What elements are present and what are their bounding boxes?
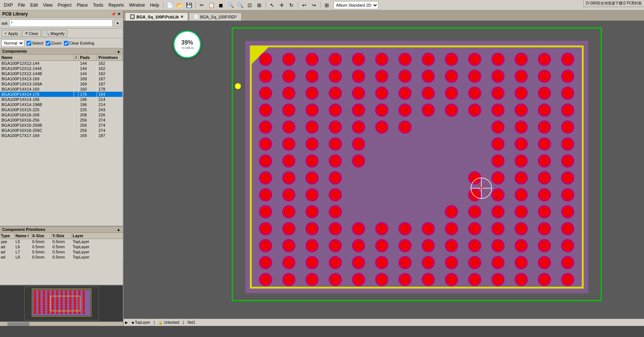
zoom-checkbox-label[interactable]: Zoom	[46, 41, 62, 46]
view-mode-select[interactable]: Altium Standard 2D	[333, 1, 378, 9]
tab-pcblib-close[interactable]: ✕	[180, 15, 183, 19]
menu-dxp[interactable]: DXP	[1, 2, 15, 8]
component-row[interactable]: BGA100P14X14-196B 196 214	[0, 102, 123, 107]
menu-edit[interactable]: Edit	[28, 2, 40, 8]
menu-file[interactable]: File	[16, 2, 27, 8]
menu-bar: DXP File Edit View Project Place Tools R…	[0, 0, 644, 10]
menu-help[interactable]: Help	[148, 2, 162, 8]
col-header-sort[interactable]: /	[74, 55, 79, 60]
open-file-button[interactable]: 📂	[175, 1, 184, 10]
comp-sort-cell	[74, 92, 79, 97]
svg-point-123	[284, 122, 294, 132]
new-file-button[interactable]: 📄	[165, 1, 174, 10]
component-row[interactable]: BGA100P16X16-256B 256 274	[0, 123, 123, 128]
clear-button[interactable]: ✕ Clear	[22, 30, 41, 37]
component-row[interactable]: BGA100P14X14-196 196 214	[0, 97, 123, 102]
zoom-area-button[interactable]: ⊞	[255, 1, 264, 10]
comp-name-cell: BGA100P14X14-176	[0, 92, 74, 97]
redo-button[interactable]: ↪	[309, 1, 318, 10]
move-button[interactable]: ✛	[277, 1, 286, 10]
primitive-row[interactable]: ad L8 0.5mm 0.5mm TopLayer	[0, 254, 123, 260]
svg-point-19	[377, 55, 387, 64]
prim-type-cell: ad	[0, 254, 15, 260]
component-row[interactable]: BGA100P14X14-176 176 194	[0, 92, 123, 97]
save-button[interactable]: 💾	[184, 1, 193, 10]
primitive-row[interactable]: ad L6 0.5mm 0.5mm TopLayer	[0, 244, 123, 249]
component-row[interactable]: BGA100P12X12-1444 144 162	[0, 66, 123, 71]
primitive-row[interactable]: ad L7 0.5mm 0.5mm TopLayer	[0, 249, 123, 254]
menu-view[interactable]: View	[41, 2, 55, 8]
component-row[interactable]: BGA100P12X12-144B 144 162	[0, 71, 123, 76]
component-row[interactable]: BGA100P14X14-160 160 178	[0, 87, 123, 92]
comp-sort-cell	[74, 102, 79, 107]
layers-button[interactable]: ◼	[217, 1, 225, 10]
svg-point-225	[470, 207, 479, 217]
svg-point-41	[307, 71, 317, 81]
svg-point-85	[493, 88, 503, 98]
top-path: D:\360安全浏览器下载\2 PCB封装	[584, 0, 644, 7]
svg-point-33	[540, 55, 549, 64]
zoom-fit-button[interactable]: ⊡	[245, 1, 254, 10]
clear-existing-checkbox-label[interactable]: Clear Existing	[64, 41, 94, 46]
svg-point-343	[540, 275, 549, 284]
close-panel-icon[interactable]: ✕	[117, 12, 121, 17]
svg-point-97	[307, 105, 317, 115]
cut-button[interactable]: ✂	[197, 1, 206, 10]
svg-point-323	[307, 275, 317, 284]
h-scrollbar[interactable]	[0, 322, 123, 326]
zoom-out-button[interactable]: 🔍	[236, 1, 245, 10]
svg-point-341	[516, 275, 526, 284]
select-button[interactable]: ↖	[268, 1, 277, 10]
menu-tools[interactable]: Tools	[91, 2, 105, 8]
clear-icon: ✕	[25, 31, 28, 36]
svg-point-217	[284, 207, 294, 217]
menu-window[interactable]: Window	[127, 2, 147, 8]
component-row[interactable]: BGA100P15X15-225 225 243	[0, 107, 123, 112]
svg-point-227	[493, 207, 503, 217]
svg-point-271	[354, 241, 363, 250]
component-row[interactable]: BGA100P17X17-169 169 187	[0, 133, 123, 138]
zoom-checkbox[interactable]	[46, 41, 51, 46]
svg-point-133	[400, 122, 410, 132]
tab-rep[interactable]: 📄 BGA_Sq_100P.REP	[189, 13, 242, 21]
primitives-expand-icon[interactable]: ▲	[117, 227, 121, 232]
normal-dropdown[interactable]: Normal	[1, 39, 24, 47]
select-checkbox[interactable]	[27, 41, 31, 46]
comp-pads-cell: 169	[79, 81, 97, 87]
tab-pcblib[interactable]: 🔲 BGA_Sq_100P.PcbLib ✕	[125, 13, 188, 21]
svg-point-203	[330, 190, 340, 200]
component-row[interactable]: BGA100P13X13-169 169 187	[0, 76, 123, 81]
pin-icon[interactable]: 📌	[111, 12, 116, 17]
zoom-in-button[interactable]: 🔍	[226, 1, 235, 10]
svg-point-29	[493, 55, 503, 64]
undo-button[interactable]: ↩	[300, 1, 309, 10]
magnify-button[interactable]: 🔍 Magnify	[42, 30, 67, 37]
comp-name-cell: BGA100P14X14-196B	[0, 102, 74, 107]
copy-button[interactable]: 📋	[207, 1, 216, 10]
component-row[interactable]: BGA100P13X13-169A 169 187	[0, 81, 123, 87]
mask-dropdown[interactable]: ▼	[114, 20, 121, 27]
component-row[interactable]: BGA100P16X16-256 256 274	[0, 117, 123, 123]
rotate-button[interactable]: ↻	[287, 1, 296, 10]
svg-point-215	[261, 207, 270, 217]
svg-point-165	[307, 156, 317, 166]
h-scrollbar-thumb[interactable]	[7, 322, 30, 326]
grid-button[interactable]: ⊞	[322, 1, 331, 10]
mask-input[interactable]	[9, 20, 112, 27]
svg-point-295	[307, 258, 317, 267]
pcb-canvas[interactable]	[124, 21, 644, 319]
comp-prims-cell: 178	[97, 87, 123, 92]
comp-name-cell: BGA100P14X14-160	[0, 87, 74, 92]
menu-place[interactable]: Place	[75, 2, 90, 8]
components-expand-icon[interactable]: ▲	[117, 49, 121, 53]
component-row[interactable]: BGA100P12X12-144 144 162	[0, 61, 123, 66]
clear-existing-checkbox[interactable]	[64, 41, 69, 46]
primitive-row[interactable]: ype L5 0.5mm 0.5mm TopLayer	[0, 239, 123, 244]
component-row[interactable]: BGA100P16X16-208 208 226	[0, 112, 123, 117]
select-checkbox-label[interactable]: Select	[27, 41, 44, 46]
menu-reports[interactable]: Reports	[106, 2, 126, 8]
comp-pads-cell: 225	[79, 107, 97, 112]
menu-project[interactable]: Project	[56, 2, 74, 8]
component-row[interactable]: BGA100P16X16-256C 256 274	[0, 128, 123, 133]
apply-button[interactable]: ✓ Apply	[1, 30, 21, 37]
